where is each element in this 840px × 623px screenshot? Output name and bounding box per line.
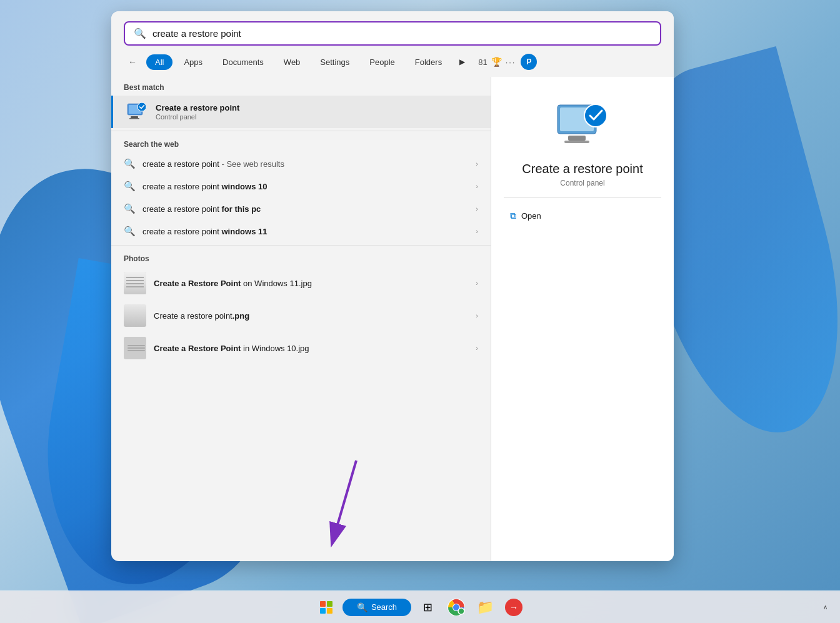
chevron-right-icon-0: › [476,160,478,167]
web-text-0: create a restore point - See web results [142,159,468,169]
taskbar-search-icon: 🔍 [357,602,368,612]
play-more-button[interactable]: ▶ [453,53,471,71]
photo-thumb-2 [124,337,146,359]
result-counter: 81 🏆 ··· [478,57,516,67]
search-input-wrapper[interactable]: 🔍 [124,21,661,46]
start-button[interactable] [314,595,339,620]
file-explorer-button[interactable]: 📁 [472,595,498,620]
red-app-icon: → [505,599,522,616]
web-item-0[interactable]: 🔍 create a restore point - See web resul… [111,152,491,175]
tab-web[interactable]: Web [275,54,309,70]
taskbar-search-button[interactable]: 🔍 Search [342,599,411,616]
search-icon: 🔍 [134,27,146,39]
restore-point-icon [126,101,148,123]
web-search-icon-3: 🔍 [124,226,135,237]
web-item-3[interactable]: 🔍 create a restore point windows 11 › [111,220,491,242]
search-panel: 🔍 ← All Apps Documents Web Settings Peop… [111,11,674,561]
filter-tabs: ← All Apps Documents Web Settings People… [111,53,674,77]
svg-point-4 [138,102,146,111]
tab-settings[interactable]: Settings [311,54,358,70]
svg-rect-3 [129,118,139,119]
open-label: Open [521,211,541,221]
task-view-button[interactable]: ⊞ [415,595,440,620]
chevron-right-icon-3: › [476,227,478,235]
search-web-header: Search the web [111,134,491,152]
photo-item-2[interactable]: Create a Restore Point in Windows 10.jpg… [111,332,491,364]
tab-folders[interactable]: Folders [406,54,451,70]
chrome-button[interactable] [444,595,469,620]
divider-1 [111,131,491,131]
best-match-header: Best match [111,77,491,96]
profile-avatar[interactable]: P [521,54,537,70]
chrome-icon [448,599,465,616]
right-panel: Create a restore point Control panel ⧉ O… [491,77,674,561]
divider-2 [111,245,491,246]
tab-documents[interactable]: Documents [214,54,272,70]
preview-app-icon [554,102,611,152]
taskbar-chevron-icon[interactable]: ∧ [820,602,830,612]
photo-item-text-2: Create a Restore Point in Windows 10.jpg [154,344,468,353]
photos-header: Photos [111,248,491,267]
search-input[interactable] [152,28,651,39]
chevron-right-photo-0: › [476,279,478,287]
svg-rect-8 [564,141,589,143]
photo-item-text-0: Create a Restore Point on Windows 11.jpg [154,279,468,288]
open-action[interactable]: ⧉ Open [504,207,661,225]
photo-thumb-1 [124,304,146,327]
chevron-right-icon-2: › [476,205,478,212]
preview-title: Create a restore point [522,162,642,176]
best-match-item[interactable]: Create a restore point Control panel [111,96,491,128]
chevron-right-photo-2: › [476,344,478,352]
photo-item-0[interactable]: Create a Restore Point on Windows 11.jpg… [111,267,491,299]
chevron-right-photo-1: › [476,312,478,319]
more-options-button[interactable]: ··· [506,57,516,67]
web-text-2: create a restore point for this pc [142,204,468,214]
back-icon: ← [128,57,137,67]
open-link-icon: ⧉ [510,211,516,221]
search-input-area: 🔍 [111,11,674,53]
taskbar-search-label: Search [371,602,397,612]
best-match-text: Create a restore point Control panel [156,103,478,121]
windows-logo-icon [320,601,332,614]
web-search-icon-1: 🔍 [124,181,135,192]
web-item-1[interactable]: 🔍 create a restore point windows 10 › [111,175,491,197]
preview-divider [504,197,661,198]
web-search-icon-0: 🔍 [124,158,135,169]
web-text-1: create a restore point windows 10 [142,182,468,191]
trophy-icon: 🏆 [491,57,502,67]
main-content: Best match Create a rest [111,77,674,561]
left-panel: Best match Create a rest [111,77,491,561]
tab-people[interactable]: People [361,54,403,70]
photo-item-1[interactable]: Create a restore point.png › [111,299,491,332]
photo-item-text-1: Create a restore point.png [154,311,468,321]
web-item-2[interactable]: 🔍 create a restore point for this pc › [111,197,491,220]
svg-rect-2 [131,116,138,118]
task-view-icon: ⊞ [423,601,432,614]
chevron-right-icon-1: › [476,182,478,190]
web-search-icon-2: 🔍 [124,203,135,214]
taskbar: 🔍 Search ⊞ 📁 → [0,591,840,623]
svg-point-9 [584,104,607,127]
svg-point-15 [458,608,464,614]
folder-icon: 📁 [477,599,494,616]
app-6-button[interactable]: → [501,595,526,620]
back-button[interactable]: ← [124,53,141,71]
photo-thumb-0 [124,272,146,294]
taskbar-right-area: ∧ [820,602,830,612]
preview-subtitle: Control panel [560,179,604,187]
svg-rect-7 [568,136,586,141]
web-text-3: create a restore point windows 11 [142,227,468,236]
preview-icon-area [554,102,611,152]
tab-apps[interactable]: Apps [175,54,211,70]
tab-all[interactable]: All [146,54,172,70]
